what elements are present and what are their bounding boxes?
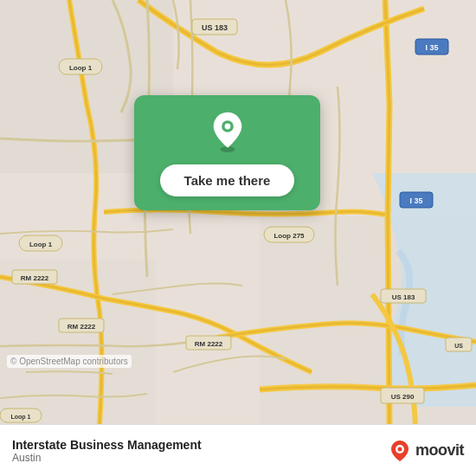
- location-card: Take me there: [134, 95, 320, 210]
- copyright-label: © OpenStreetMap contributors: [10, 357, 128, 366]
- svg-text:RM 2222: RM 2222: [68, 323, 96, 331]
- svg-text:RM 2222: RM 2222: [195, 340, 223, 348]
- svg-text:I 35: I 35: [409, 196, 422, 205]
- moovit-icon: [388, 439, 412, 463]
- svg-text:US 183: US 183: [202, 23, 228, 32]
- svg-text:US 290: US 290: [391, 393, 415, 401]
- svg-point-32: [224, 124, 230, 130]
- location-name: Interstate Business Management: [12, 438, 202, 452]
- svg-text:US 183: US 183: [392, 293, 415, 301]
- take-me-there-button[interactable]: Take me there: [160, 164, 295, 196]
- copyright-text: © OpenStreetMap contributors: [7, 355, 132, 368]
- svg-text:Loop 275: Loop 275: [273, 232, 305, 240]
- map-container: US 183 I 35 Loop 1 Loop 1 Loop 275 I 35 …: [0, 0, 476, 424]
- svg-point-34: [397, 447, 402, 451]
- svg-text:Loop 1: Loop 1: [11, 414, 31, 421]
- svg-text:I 35: I 35: [425, 43, 438, 52]
- svg-text:US: US: [454, 343, 463, 349]
- location-city: Austin: [12, 452, 202, 464]
- location-info: Interstate Business Management Austin: [12, 438, 202, 464]
- bottom-bar: Interstate Business Management Austin mo…: [0, 424, 476, 476]
- moovit-text: moovit: [415, 441, 464, 460]
- svg-text:Loop 1: Loop 1: [29, 241, 53, 248]
- moovit-logo: moovit: [388, 439, 464, 463]
- svg-text:Loop 1: Loop 1: [69, 64, 93, 72]
- location-pin-icon: [207, 111, 248, 152]
- svg-text:RM 2222: RM 2222: [21, 274, 49, 282]
